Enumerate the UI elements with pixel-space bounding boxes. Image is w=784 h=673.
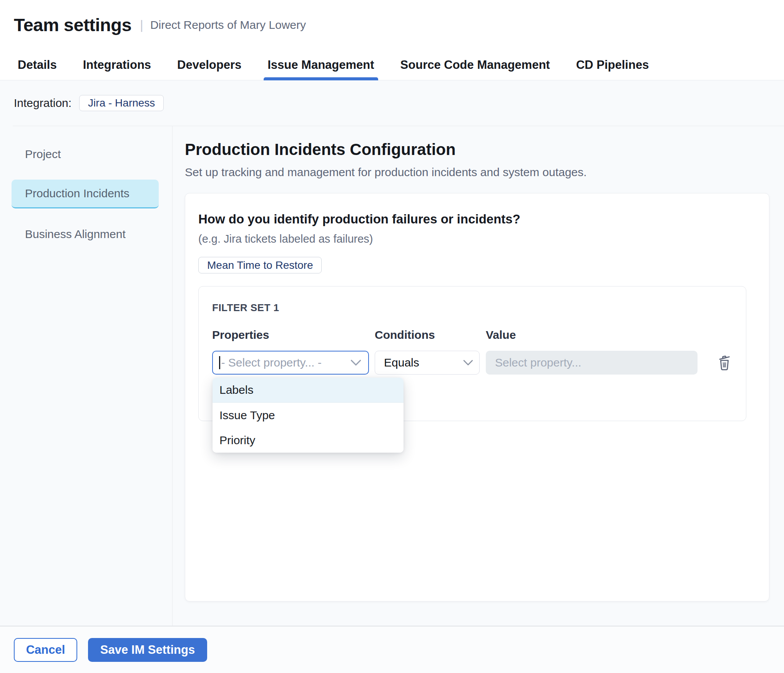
team-name-subtitle: Direct Reports of Mary Lowery — [150, 18, 306, 32]
production-incidents-panel: Production Incidents Configuration Set u… — [173, 126, 784, 626]
tab-details[interactable]: Details — [14, 50, 61, 80]
tab-content-area: Integration: Jira - Harness Project Prod… — [0, 80, 784, 626]
trash-icon — [717, 354, 732, 371]
identification-question: How do you identify production failures … — [198, 212, 769, 227]
conditions-select[interactable]: Equals — [375, 351, 480, 375]
properties-select-placeholder: - Select property... - — [221, 356, 351, 369]
conditions-column-label: Conditions — [375, 328, 480, 341]
panel-subtitle: Set up tracking and management for produ… — [185, 165, 769, 179]
action-footer: Cancel Save IM Settings — [0, 626, 784, 673]
tab-issue-management[interactable]: Issue Management — [264, 50, 378, 80]
title-separator: | — [140, 17, 143, 32]
tab-source-code-management[interactable]: Source Code Management — [397, 50, 554, 80]
value-input-placeholder: Select property... — [495, 356, 581, 369]
panel-title: Production Incidents Configuration — [185, 140, 769, 159]
filter-row: - Select property... - Equals — [212, 351, 746, 375]
settings-sidebar: Project Production Incidents Business Al… — [0, 126, 173, 626]
sidebar-item-project[interactable]: Project — [12, 140, 159, 168]
sidebar-item-production-incidents[interactable]: Production Incidents — [12, 180, 159, 208]
cancel-button[interactable]: Cancel — [14, 638, 77, 662]
tab-developers[interactable]: Developers — [173, 50, 245, 80]
value-input[interactable]: Select property... — [486, 351, 698, 375]
settings-tab-bar: Details Integrations Developers Issue Ma… — [0, 50, 784, 80]
save-im-settings-button[interactable]: Save IM Settings — [88, 638, 207, 662]
filter-column-headers: Properties Conditions Value — [212, 328, 746, 341]
active-tab-underline — [264, 77, 378, 80]
properties-column-label: Properties — [212, 328, 369, 341]
filter-set-title: FILTER SET 1 — [212, 302, 746, 314]
value-column-label: Value — [486, 328, 698, 341]
mean-time-to-restore-chip[interactable]: Mean Time to Restore — [198, 257, 322, 273]
dropdown-option-issue-type[interactable]: Issue Type — [213, 403, 404, 428]
integration-chip-jira-harness[interactable]: Jira - Harness — [79, 95, 164, 111]
text-cursor — [219, 356, 220, 369]
delete-filter-button[interactable] — [717, 354, 732, 371]
chevron-down-icon — [463, 360, 473, 366]
dropdown-option-labels[interactable]: Labels — [213, 378, 404, 403]
page-title: Team settings — [14, 14, 131, 35]
incident-identification-card: How do you identify production failures … — [185, 193, 769, 601]
page-header: Team settings | Direct Reports of Mary L… — [0, 0, 784, 50]
team-settings-page: Team settings | Direct Reports of Mary L… — [0, 0, 784, 673]
dropdown-option-priority[interactable]: Priority — [213, 428, 404, 453]
integration-label: Integration: — [14, 97, 71, 110]
chevron-down-icon — [350, 359, 361, 366]
properties-select[interactable]: - Select property... - — [212, 351, 369, 375]
conditions-select-value: Equals — [384, 356, 463, 369]
integration-row: Integration: Jira - Harness — [0, 80, 784, 126]
identification-question-hint: (e.g. Jira tickets labeled as failures) — [198, 233, 769, 245]
filter-set-card: FILTER SET 1 Properties Conditions Value… — [198, 286, 746, 421]
tab-cd-pipelines[interactable]: CD Pipelines — [572, 50, 653, 80]
properties-dropdown-menu: Labels Issue Type Priority — [213, 378, 404, 453]
sidebar-item-business-alignment[interactable]: Business Alignment — [12, 220, 159, 248]
tab-integrations[interactable]: Integrations — [79, 50, 155, 80]
